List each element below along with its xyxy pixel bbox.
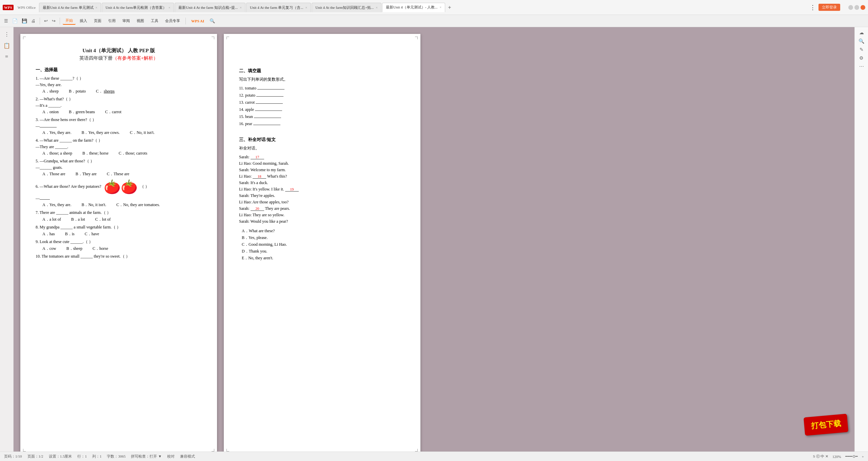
sidebar-right-icon1[interactable]: ☁ xyxy=(859,30,864,36)
page-num: 页码：1/10 xyxy=(4,454,22,459)
question-2: 2. —What's that?（ ） —It's a ______. A．on… xyxy=(36,96,202,115)
proofread[interactable]: 校对 xyxy=(167,454,175,459)
choice-e: E．No, they aren't. xyxy=(242,255,405,261)
status-icons: S ⓒ 中 ✕ xyxy=(813,454,828,459)
tab-review[interactable]: 审阅 xyxy=(120,17,133,24)
q4-options: A．those; a sheep B．these; horse C．those;… xyxy=(42,151,202,156)
q6-options: A．Yes, they are. B．No, it isn't. C．No, t… xyxy=(42,202,202,208)
menu-icon[interactable]: ☰ xyxy=(3,17,9,25)
sidebar-nav-icon[interactable]: ⋮ xyxy=(3,30,11,39)
file-icon[interactable]: 📄 xyxy=(11,17,19,25)
tab-close-6[interactable]: × xyxy=(439,5,441,9)
section3-area: 三、补全对话/短文 补全对话。 Sarah: 17 Li Hao: Good m… xyxy=(239,137,405,261)
zoom-level: 120% xyxy=(832,455,841,459)
wps-ai-button[interactable]: WPS AI xyxy=(189,18,207,24)
page-subtitle: 英语四年级下册（有参考答案+解析） xyxy=(36,55,202,61)
choice-c: C．Good morning, Li Hao. xyxy=(242,242,405,247)
tab-view[interactable]: 视图 xyxy=(134,17,147,24)
col-info: 列：1 xyxy=(92,454,102,459)
sidebar-right-icon2[interactable]: 🔍 xyxy=(859,38,864,44)
save-icon[interactable]: 💾 xyxy=(20,17,28,25)
tab-close-2[interactable]: × xyxy=(169,6,171,9)
minimize-icon[interactable]: ⋮ xyxy=(810,4,816,11)
fill-item-14: 14. apple xyxy=(239,107,405,112)
word-count: 字数：3065 xyxy=(107,454,125,459)
corner-tl xyxy=(23,37,26,39)
tab-5[interactable]: Unit 4 At the farm知识回顾汇总+拓...× xyxy=(312,3,381,12)
fill-item-12: 12. potato xyxy=(239,93,405,98)
tab-close-4[interactable]: × xyxy=(305,6,308,9)
tab-page[interactable]: 页面 xyxy=(91,17,104,24)
dialogue-sarah-1: Sarah: 17 xyxy=(239,155,405,160)
question-7: 7. There are ______ animals at the farm.… xyxy=(36,210,202,222)
top-bar: WPS WPS Office 最新Unit 4 At the farm 单元测试… xyxy=(0,0,868,15)
tab-home[interactable]: 开始 xyxy=(63,17,76,25)
toolbar: ☰ 📄 💾 🖨 ↩ ↪ 开始 插入 页面 引用 审阅 视图 工具 会员专享 WP… xyxy=(0,15,868,27)
minimize-button[interactable] xyxy=(848,5,853,10)
question-4: 4. —What are ______ on the farm?（ ） —The… xyxy=(36,138,202,156)
download-badge[interactable]: 打包下载 xyxy=(804,414,848,436)
separator-1 xyxy=(40,18,40,24)
q9-options: A．cow B．sheep C．horse xyxy=(42,246,202,252)
q2-options: A．onion B．green beans C．carrot xyxy=(42,109,202,115)
sidebar-outline-icon[interactable]: ≡ xyxy=(4,52,9,61)
section1-title: 一、选择题 xyxy=(36,67,202,73)
register-button[interactable]: 立即登录 xyxy=(818,4,840,11)
question-9: 9. Look at these cute ______.（ ） A．cow B… xyxy=(36,239,202,252)
zoom-slider[interactable]: ━━━⊙━ xyxy=(845,454,858,459)
right-sidebar: ☁ 🔍 ✎ ⚙ ⋯ xyxy=(854,27,868,461)
dialogue-lihao-4: Li Hao: Are those apples, too? xyxy=(239,200,405,205)
dialogue-sarah-3: Sarah: It's a duck. xyxy=(239,180,405,185)
new-tab-button[interactable]: + xyxy=(446,4,453,11)
spelling-check[interactable]: 拼写检查：打开 ▼ xyxy=(131,454,162,459)
dialogue-sarah-2: Sarah: Welcome to my farm. xyxy=(239,167,405,173)
undo-icon[interactable]: ↩ xyxy=(43,17,49,25)
separator-2 xyxy=(60,18,60,24)
tab-1[interactable]: 最新Unit 4 At the farm 单元测试× xyxy=(39,3,101,12)
tab-tools[interactable]: 工具 xyxy=(148,17,161,24)
tab-4[interactable]: Unit 4 At the farm 单元复习（含...× xyxy=(246,3,311,12)
sidebar-pages-icon[interactable]: 📋 xyxy=(2,41,12,50)
tab-member[interactable]: 会员专享 xyxy=(162,17,183,24)
section3-desc: 补全对话。 xyxy=(239,145,405,151)
fill-item-15: 15. bean xyxy=(239,114,405,119)
section3-title: 三、补全对话/短文 xyxy=(239,137,405,143)
sidebar-right-icon4[interactable]: ⚙ xyxy=(859,55,864,61)
print-icon[interactable]: 🖨 xyxy=(30,17,37,25)
close-button[interactable] xyxy=(861,5,865,10)
corner-br xyxy=(212,449,214,452)
right-corner-br xyxy=(415,449,418,452)
tab-2[interactable]: Unit 4 At the farm单元检测（含答案）× xyxy=(102,3,174,12)
section3-choices: A．What are these? B．Yes, please. C．Good … xyxy=(239,228,405,261)
page-left: Unit 4（单元测试） 人教 PEP 版 英语四年级下册（有参考答案+解析） … xyxy=(20,34,217,454)
dialogue-lihao-2: Li Hao: 18 What's this? xyxy=(239,174,405,179)
question-10: 10. The tomatoes are small ______ they'r… xyxy=(36,254,202,259)
tab-close-1[interactable]: × xyxy=(96,6,98,9)
tab-close-5[interactable]: × xyxy=(376,6,378,9)
tab-reference[interactable]: 引用 xyxy=(105,17,118,24)
sidebar-right-icon5[interactable]: ⋯ xyxy=(859,64,864,69)
tab-6-active[interactable]: 最新Unit 4（单元测试）- 人教...× xyxy=(382,3,445,12)
tab-close-3[interactable]: × xyxy=(240,6,242,9)
section2-desc: 写出下列单词的复数形式。 xyxy=(239,77,405,82)
question-1: 1. —Are these ______?（ ） —Yes, they are.… xyxy=(36,76,202,94)
tab-insert[interactable]: 插入 xyxy=(77,17,90,24)
content-area: ⋮ 📋 ≡ Unit 4（单元测试） 人教 PEP 版 英语四年级下册（有参考答… xyxy=(0,27,868,461)
redo-icon[interactable]: ↪ xyxy=(51,17,57,25)
dialogue-sarah-6: Sarah: Would you like a pear? xyxy=(239,219,405,224)
maximize-button[interactable] xyxy=(854,5,859,10)
dialogue-lihao-5: Li Hao: They are so yellow. xyxy=(239,213,405,218)
page-title: Unit 4（单元测试） 人教 PEP 版 xyxy=(36,47,202,54)
q8-options: A．has B．is C．have xyxy=(42,231,202,237)
fill-item-11: 11. tomato xyxy=(239,86,405,91)
dialogue-sarah-4: Sarah: They're apples. xyxy=(239,193,405,198)
search-icon[interactable]: 🔍 xyxy=(208,17,216,25)
tab-3[interactable]: 最新Unit 4 At the farm 知识点梳+提...× xyxy=(175,3,245,12)
settings-info: 设置：1.5厘米 xyxy=(49,454,72,459)
sidebar-right-icon3[interactable]: ✎ xyxy=(860,47,864,53)
right-corner-tr xyxy=(415,37,418,39)
zoom-in[interactable]: + xyxy=(862,455,864,459)
q5-options: A．Those are B．They are C．These are xyxy=(42,171,202,177)
corner-bl xyxy=(23,449,26,452)
section2-title: 二、填空题 xyxy=(239,68,405,74)
